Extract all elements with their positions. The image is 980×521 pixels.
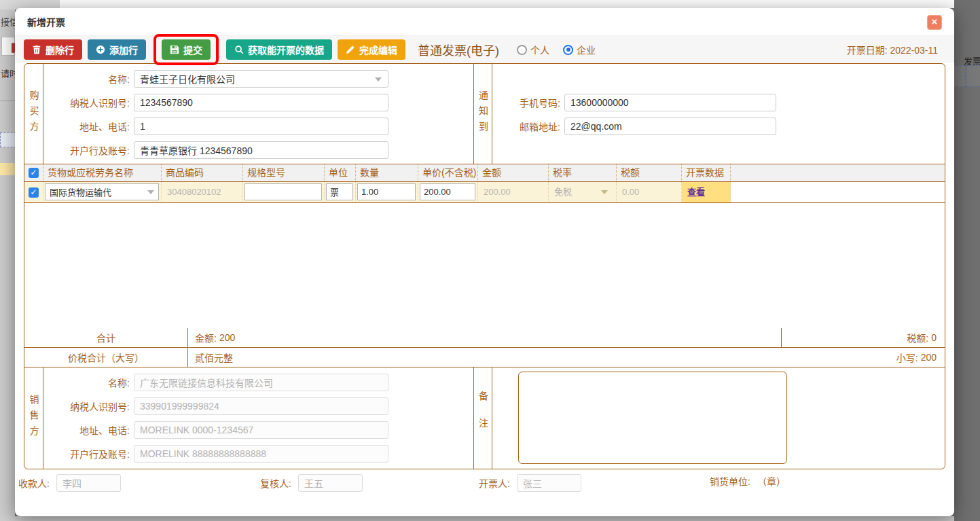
buyer-address-row: 地址、电话: — [43, 118, 473, 135]
seller-taxid-label: 纳税人识别号: — [43, 399, 130, 413]
buyer-taxid-row: 纳税人识别号: — [43, 94, 473, 111]
notify-phone-input[interactable] — [564, 94, 776, 111]
totals-amount: 金额: 200 — [188, 328, 781, 347]
buyer-bank-input[interactable] — [134, 141, 388, 159]
seller-address-input — [134, 421, 388, 439]
seal-group: 销货单位: （章） — [710, 474, 786, 488]
tax-rate-cell: 免税 — [549, 182, 617, 202]
fetch-invoice-data-button[interactable]: 获取能开票的数据 — [226, 39, 332, 60]
trash-icon — [32, 45, 41, 54]
notify-fields: 手机号码: 邮箱地址: — [492, 64, 945, 164]
radio-company-dot — [563, 45, 573, 55]
unit-price-input[interactable] — [420, 183, 475, 200]
party-section: 购买方 名称: 青蛙王子日化有限公司 纳税人识别号: — [24, 64, 945, 164]
buyer-type-radio-group: 个人 企业 — [517, 43, 596, 56]
seal-value: （章） — [757, 474, 786, 488]
amount-value: 200.00 — [478, 187, 511, 197]
save-icon — [170, 45, 179, 54]
remark-area — [492, 367, 945, 469]
chevron-down-icon — [375, 77, 382, 82]
finish-edit-button[interactable]: 完成编辑 — [338, 39, 405, 60]
backdrop-top-strip — [60, 0, 954, 8]
backdrop-bottom-strip — [0, 516, 954, 521]
totals-tax: 税额: 0 — [781, 328, 945, 347]
close-icon[interactable]: × — [927, 15, 942, 30]
goods-code-cell: 30408020102 — [162, 182, 243, 202]
seller-bank-label: 开户行及账号: — [43, 447, 130, 461]
unit-cell — [325, 182, 356, 202]
col-filler — [731, 164, 945, 181]
amount-cell: 200.00 — [478, 182, 549, 202]
row-select-cell: ✓ — [24, 182, 43, 202]
buyer-taxid-input[interactable] — [134, 94, 388, 111]
radio-personal[interactable]: 个人 — [517, 43, 549, 56]
buyer-name-value: 青蛙王子日化有限公司 — [140, 72, 235, 86]
spec-input[interactable] — [244, 183, 322, 200]
totals-sum-label: 合计 — [24, 328, 188, 347]
col-invoice-data: 开票数据 — [682, 164, 731, 181]
numeric-total-value: 200 — [921, 352, 937, 363]
words-label: 价税合计（大写） — [24, 348, 188, 367]
fetch-invoice-data-label: 获取能开票的数据 — [248, 43, 324, 56]
remark-side-column: 备注 — [474, 367, 492, 469]
backdrop-text-fragment: 接信 — [1, 15, 15, 28]
payee-input — [56, 474, 121, 492]
select-all-checkbox[interactable]: ✓ — [29, 168, 39, 178]
col-goods-name: 货物或应税劳务名称 — [43, 164, 162, 181]
unit-input[interactable] — [326, 183, 353, 200]
search-icon — [234, 45, 244, 54]
view-link[interactable]: 查看 — [682, 182, 705, 202]
drawer-input — [517, 474, 581, 492]
payee-label: 收款人: — [18, 476, 50, 490]
buyer-address-label: 地址、电话: — [43, 120, 130, 133]
amount-in-words: 贰佰元整 — [188, 348, 781, 367]
seller-address-row: 地址、电话: — [43, 421, 473, 439]
totals-tax-value: 0 — [931, 332, 937, 343]
quantity-input[interactable] — [357, 183, 416, 200]
backdrop-cell-fragment — [966, 65, 980, 87]
col-tax-amount: 税额 — [617, 164, 682, 181]
seller-name-input — [134, 374, 388, 391]
submit-button[interactable]: 提交 — [162, 39, 211, 60]
reviewer-input — [298, 474, 363, 492]
add-row-button[interactable]: 添加行 — [88, 39, 146, 60]
seller-bank-input — [134, 445, 388, 463]
col-goods-code: 商品编码 — [162, 164, 243, 181]
remark-textarea[interactable] — [518, 372, 787, 464]
notify-email-row: 邮箱地址: — [492, 118, 945, 135]
dialog-titlebar: 新增开票 × — [15, 8, 954, 36]
buyer-name-select[interactable]: 青蛙王子日化有限公司 — [134, 70, 388, 88]
new-invoice-dialog: 新增开票 × 删除行 添加行 提交 获取能开票的数据 — [15, 8, 954, 516]
col-tax-rate: 税率 — [549, 164, 617, 181]
chevron-down-icon — [147, 190, 154, 194]
radio-company-label: 企业 — [577, 43, 596, 56]
buyer-bank-label: 开户行及账号: — [43, 143, 130, 157]
seller-side-label: 销售方 — [27, 395, 41, 442]
delete-row-button[interactable]: 删除行 — [24, 39, 82, 60]
goods-name-value: 国际货物运输代 — [50, 185, 111, 198]
seller-bank-row: 开户行及账号: — [43, 445, 473, 463]
radio-company[interactable]: 企业 — [563, 43, 596, 56]
chevron-down-icon — [601, 190, 608, 194]
invoice-date-value: 2022-03-11 — [890, 45, 938, 56]
seller-name-label: 名称: — [43, 376, 130, 389]
backdrop-cell-fragment — [0, 132, 15, 147]
invoice-form: 购买方 名称: 青蛙王子日化有限公司 纳税人识别号: — [24, 63, 945, 469]
seller-side-column: 销售方 — [24, 367, 43, 469]
seller-name-row: 名称: — [43, 374, 473, 391]
totals-tax-label: 税额: — [907, 331, 928, 344]
invoice-date-label: 开票日期: — [847, 45, 888, 56]
notify-email-input[interactable] — [564, 118, 776, 135]
row-checkbox[interactable]: ✓ — [29, 187, 39, 198]
signature-footer: 收款人: 复核人: 开票人: 销货单位: （章） — [15, 474, 954, 495]
table-empty-area — [24, 203, 945, 328]
add-row-label: 添加行 — [109, 43, 138, 56]
buyer-address-input[interactable] — [134, 118, 388, 135]
goods-name-cell: 国际货物运输代 — [43, 182, 162, 202]
goods-code-value: 30408020102 — [162, 187, 221, 197]
buyer-name-label: 名称: — [43, 72, 130, 86]
goods-name-select[interactable]: 国际货物运输代 — [45, 183, 159, 200]
finish-edit-label: 完成编辑 — [359, 43, 397, 56]
totals-amount-label: 金额: — [195, 331, 217, 344]
tax-rate-value: 免税 — [549, 187, 572, 197]
